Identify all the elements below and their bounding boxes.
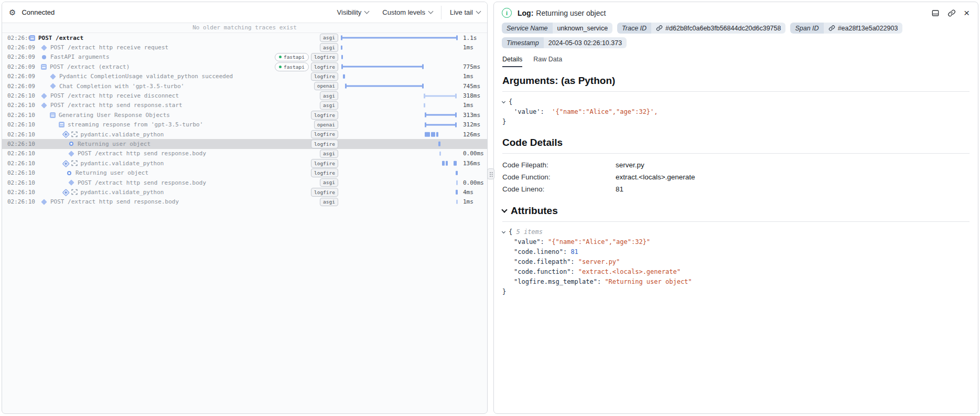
trace-row[interactable]: 02:26:10 pydantic.validate_python logfir… bbox=[2, 130, 487, 139]
trace-row[interactable]: 02:26:10 POST /extract http send respons… bbox=[2, 149, 487, 158]
duration-bar bbox=[438, 142, 440, 146]
trace-row-gantt bbox=[340, 139, 459, 148]
code-brackets-icon bbox=[71, 189, 78, 195]
trace-row[interactable]: 02:26:09 POST /extract http receive requ… bbox=[2, 42, 487, 52]
duration-bar bbox=[439, 152, 441, 156]
attribute-entry: "value": "{"name":"Alice","age":32}" bbox=[502, 237, 970, 247]
trace-row[interactable]: 02:26:10 POST /extract http send respons… bbox=[2, 197, 487, 207]
trace-row-timestamp: 02:26:09 bbox=[2, 73, 29, 80]
trace-row-label: POST /extract http send response.body bbox=[78, 179, 206, 186]
chevron-down-icon bbox=[364, 9, 370, 14]
trace-row-duration: 0.00ms bbox=[459, 150, 487, 157]
trace-row-timestamp: 02:26:10 bbox=[2, 112, 29, 119]
trace-row-duration: 1ms bbox=[459, 198, 487, 205]
diamond-icon bbox=[50, 73, 56, 79]
trace-row-duration: 1ms bbox=[459, 73, 487, 80]
trace-row[interactable]: 02:26:10 POST /extract http receive disc… bbox=[2, 91, 487, 100]
badge-trace-id[interactable]: Trace ID#d62b8fc0a6eb3fb56844dc20d6c3975… bbox=[617, 23, 785, 34]
trace-row-gantt bbox=[340, 101, 459, 110]
tag-fastapi: fastapi bbox=[275, 53, 309, 62]
trace-row[interactable]: 02:26:10 pydantic.validate_python logfir… bbox=[2, 158, 487, 168]
link-icon bbox=[656, 25, 663, 31]
close-icon[interactable]: × bbox=[964, 8, 970, 18]
trace-row[interactable]: 02:26:10 Returning user object logfire bbox=[2, 168, 487, 177]
tag-asgi: asgi bbox=[320, 34, 338, 42]
panel-resize-handle[interactable] bbox=[487, 168, 494, 179]
trace-row-label: pydantic.validate_python bbox=[81, 189, 164, 196]
attribute-entry: "logfire.msg_template": "Returning user … bbox=[502, 277, 970, 287]
trace-row-label: Returning user object bbox=[76, 169, 148, 176]
trace-row[interactable]: 02:26:10 streaming response from 'gpt-3.… bbox=[2, 120, 487, 130]
tag-asgi: asgi bbox=[320, 198, 338, 207]
trace-row-label: pydantic.validate_python bbox=[81, 131, 164, 138]
live-tail-dropdown[interactable]: Live tail bbox=[450, 8, 480, 16]
attributes-section: Attributes { 5 items "value": "{"name":"… bbox=[494, 205, 978, 297]
duration-bar bbox=[456, 170, 458, 175]
section-divider bbox=[502, 221, 970, 222]
code-detail-row: Code Filepath:server.py bbox=[502, 159, 970, 171]
trace-row-label: POST /extract http send response.body bbox=[78, 150, 206, 157]
trace-row-label: streaming response from 'gpt-3.5-turbo' bbox=[68, 121, 203, 128]
trace-row[interactable]: 02:26:09 POST /extract (extract) fastapi… bbox=[2, 62, 487, 71]
code-detail-label: Code Filepath: bbox=[502, 159, 616, 171]
duration-bar bbox=[425, 122, 457, 127]
gear-icon[interactable]: ⚙ bbox=[9, 8, 16, 16]
code-detail-label: Code Function: bbox=[502, 171, 616, 183]
duration-bar bbox=[454, 161, 457, 166]
trace-row-gantt bbox=[340, 130, 459, 139]
collapse-chevron-icon[interactable] bbox=[502, 230, 505, 233]
trace-row[interactable]: 02:26:09 Chat Completion with 'gpt-3.5-t… bbox=[2, 81, 487, 91]
trace-row-label: POST /extract (extract) bbox=[50, 63, 130, 70]
dock-panel-icon[interactable] bbox=[931, 9, 940, 17]
trace-row-timestamp: 02:26:10 bbox=[2, 102, 29, 109]
code-detail-value: extract.<locals>.generate bbox=[616, 171, 970, 183]
trace-row-duration: 312ms bbox=[459, 121, 487, 128]
toolbar-divider bbox=[441, 6, 441, 19]
circle-icon bbox=[42, 55, 46, 59]
duration-bar bbox=[341, 45, 342, 50]
detail-header: i Log: Returning user object × bbox=[494, 2, 978, 20]
tag-logfire: logfire bbox=[311, 111, 338, 120]
collapse-chevron-icon[interactable] bbox=[501, 207, 507, 212]
trace-row[interactable]: 02:26:10 Generating User Response Object… bbox=[2, 110, 487, 120]
trace-row-label: Returning user object bbox=[78, 141, 150, 147]
badge-row-ids: Service Nameunknown_serviceTrace ID#d62b… bbox=[494, 20, 978, 34]
trace-row[interactable]: 02:26:09 POST /extract asgi 1.1s bbox=[2, 33, 487, 42]
tag-logfire: logfire bbox=[311, 53, 338, 62]
trace-row[interactable]: 02:26:10 pydantic.validate_python logfir… bbox=[2, 187, 487, 197]
trace-row-label: POST /extract http send response.start bbox=[50, 102, 182, 109]
trace-row-label: Chat Completion with 'gpt-3.5-turbo' bbox=[59, 83, 184, 90]
trace-row[interactable]: 02:26:09 Pydantic CompletionUsage valida… bbox=[2, 72, 487, 81]
live-tail-label: Live tail bbox=[450, 8, 473, 16]
info-icon: i bbox=[502, 8, 512, 18]
diamond-plus-icon bbox=[62, 160, 69, 167]
custom-levels-dropdown[interactable]: Custom levels bbox=[382, 8, 433, 16]
code-detail-label: Code Lineno: bbox=[502, 183, 616, 195]
log-title: Returning user object bbox=[536, 9, 606, 17]
trace-row[interactable]: 02:26:09 FastAPI arguments fastapilogfir… bbox=[2, 52, 487, 62]
chevron-down-icon bbox=[476, 9, 481, 14]
copy-link-icon[interactable] bbox=[947, 9, 956, 17]
duration-bar bbox=[446, 161, 448, 166]
badge-span-id[interactable]: Span ID#ea28f13e5a022903 bbox=[790, 23, 902, 34]
attributes-code: { 5 items "value": "{"name":"Alice","age… bbox=[502, 227, 970, 297]
collapse-chevron-icon[interactable] bbox=[502, 100, 505, 103]
duration-bar bbox=[442, 161, 445, 166]
trace-row[interactable]: 02:26:10 POST /extract http send respons… bbox=[2, 178, 487, 187]
trace-row[interactable]: 02:26:10 Returning user object logfire bbox=[2, 139, 487, 148]
code-detail-value: 81 bbox=[616, 183, 970, 195]
trace-row-gantt bbox=[340, 149, 459, 158]
tab-raw-data[interactable]: Raw Data bbox=[533, 56, 562, 67]
python-value: '{"name":"Alice","age":32}', bbox=[552, 108, 658, 115]
trace-row-label: FastAPI arguments bbox=[50, 54, 110, 60]
trace-row[interactable]: 02:26:10 POST /extract http send respons… bbox=[2, 101, 487, 110]
no-older-traces-notice: No older matching traces exist bbox=[2, 23, 487, 33]
chevron-down-icon bbox=[428, 9, 433, 14]
diamond-icon bbox=[41, 102, 47, 108]
trace-row-duration: 1.1s bbox=[459, 35, 487, 41]
tab-details[interactable]: Details bbox=[502, 56, 522, 67]
code-detail-row: Code Function:extract.<locals>.generate bbox=[502, 171, 970, 183]
tag-asgi: asgi bbox=[320, 150, 338, 158]
visibility-dropdown[interactable]: Visibility bbox=[337, 8, 369, 16]
badge-value: unknown_service bbox=[553, 23, 613, 34]
